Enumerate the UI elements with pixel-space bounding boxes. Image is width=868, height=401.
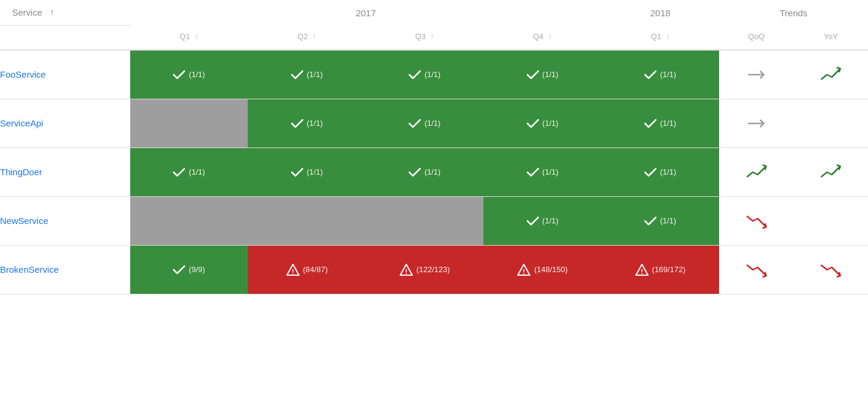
q1-sort-arrow[interactable]: ↑ <box>195 32 199 41</box>
table-row: ThingDoer (1/1) (1/1) (1/1) (1/1) (1/1) <box>0 148 868 196</box>
data-cell-r1-c2[interactable]: (1/1) <box>366 99 483 148</box>
data-cell-r1-c0[interactable] <box>130 99 248 148</box>
data-cell-r4-c2[interactable]: ! (122/123) <box>366 245 483 294</box>
yoy-trend-cell <box>794 148 868 196</box>
data-cell-r4-c4[interactable]: ! (169/172) <box>602 245 719 294</box>
svg-text:!: ! <box>405 267 407 275</box>
data-cell-r2-c3[interactable]: (1/1) <box>483 148 601 196</box>
yoy-trend-cell <box>794 99 868 148</box>
main-table-container: Service ↑ 2017 2018 Trends Q1 ↑ <box>0 0 868 294</box>
service-name-cell[interactable]: BrokenService <box>0 245 130 294</box>
service-name-cell[interactable]: FooService <box>0 50 130 99</box>
data-cell-r0-c2[interactable]: (1/1) <box>366 50 483 99</box>
sort-icon[interactable]: ↑ <box>49 7 54 17</box>
data-cell-r3-c2[interactable] <box>366 196 483 245</box>
data-cell-r1-c1[interactable]: (1/1) <box>248 99 365 148</box>
q1-2018-header[interactable]: Q1 ↑ <box>602 26 719 50</box>
data-cell-r2-c4[interactable]: (1/1) <box>602 148 719 196</box>
q4-2017-header[interactable]: Q4 ↑ <box>483 26 601 50</box>
yoy-trend-cell <box>794 245 868 294</box>
service-name-cell[interactable]: NewService <box>0 196 130 245</box>
svg-text:!: ! <box>523 267 525 275</box>
data-cell-r0-c4[interactable]: (1/1) <box>602 50 719 99</box>
yoy-trend-cell <box>794 196 868 245</box>
header-sub-row: Q1 ↑ Q2 ↑ Q3 ↑ Q4 ↑ Q1 ↑ QoQ YoY <box>0 26 868 50</box>
data-cell-r3-c0[interactable] <box>130 196 248 245</box>
svg-text:!: ! <box>292 267 294 275</box>
service-name-cell[interactable]: ThingDoer <box>0 148 130 196</box>
service-name-cell[interactable]: ServiceApi <box>0 99 130 148</box>
data-cell-r2-c1[interactable]: (1/1) <box>248 148 365 196</box>
data-cell-r3-c4[interactable]: (1/1) <box>602 196 719 245</box>
yoy-trend-cell <box>794 50 868 99</box>
data-cell-r3-c3[interactable]: (1/1) <box>483 196 601 245</box>
q1-2017-header[interactable]: Q1 ↑ <box>130 26 248 50</box>
q3-2017-header[interactable]: Q3 ↑ <box>366 26 483 50</box>
service-sub-header <box>0 26 130 50</box>
qoq-trend-cell <box>719 196 793 245</box>
data-cell-r0-c1[interactable]: (1/1) <box>248 50 365 99</box>
qoq-trend-cell <box>719 99 793 148</box>
table-row: ServiceApi (1/1) (1/1) (1/1) (1/1) <box>0 99 868 148</box>
q4-sort-arrow[interactable]: ↑ <box>548 32 552 41</box>
qoq-header: QoQ <box>719 26 793 50</box>
table-row: FooService (1/1) (1/1) (1/1) (1/1) (1/1) <box>0 50 868 99</box>
header-top-row: Service ↑ 2017 2018 Trends <box>0 0 868 26</box>
qoq-trend-cell <box>719 148 793 196</box>
yoy-header: YoY <box>794 26 868 50</box>
data-cell-r3-c1[interactable] <box>248 196 365 245</box>
year-2017-header: 2017 <box>130 0 602 26</box>
q2-2017-header[interactable]: Q2 ↑ <box>248 26 365 50</box>
data-cell-r4-c0[interactable]: (9/9) <box>130 245 248 294</box>
service-label: Service <box>12 7 42 17</box>
data-cell-r4-c3[interactable]: ! (148/150) <box>483 245 601 294</box>
data-cell-r1-c3[interactable]: (1/1) <box>483 99 601 148</box>
year-2018-header: 2018 <box>602 0 719 26</box>
data-cell-r4-c1[interactable]: ! (84/87) <box>248 245 365 294</box>
data-cell-r1-c4[interactable]: (1/1) <box>602 99 719 148</box>
qoq-trend-cell <box>719 245 793 294</box>
data-cell-r0-c3[interactable]: (1/1) <box>483 50 601 99</box>
svg-text:!: ! <box>641 267 643 275</box>
q1-2018-sort-arrow[interactable]: ↑ <box>666 32 670 41</box>
data-cell-r2-c2[interactable]: (1/1) <box>366 148 483 196</box>
data-cell-r2-c0[interactable]: (1/1) <box>130 148 248 196</box>
table-row: BrokenService (9/9) ! (84/87) ! (122/123… <box>0 245 868 294</box>
q3-sort-arrow[interactable]: ↑ <box>430 32 435 41</box>
service-header[interactable]: Service ↑ <box>0 0 130 26</box>
trends-header: Trends <box>719 0 868 26</box>
table-row: NewService (1/1) (1/1) <box>0 196 868 245</box>
data-cell-r0-c0[interactable]: (1/1) <box>130 50 248 99</box>
q2-sort-arrow[interactable]: ↑ <box>312 32 316 41</box>
qoq-trend-cell <box>719 50 793 99</box>
